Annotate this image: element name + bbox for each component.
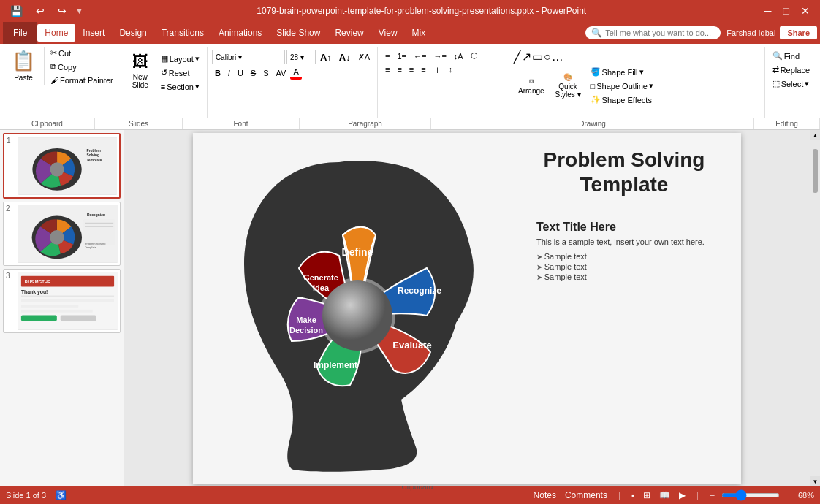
menu-insert[interactable]: Insert: [75, 24, 112, 42]
italic-button[interactable]: I: [225, 67, 233, 79]
decrease-font-button[interactable]: A↓: [336, 50, 354, 64]
paste-button[interactable]: 📋 Paste: [7, 47, 39, 85]
search-box[interactable]: 🔍: [585, 26, 721, 39]
increase-indent-button[interactable]: →≡: [430, 50, 449, 62]
shape-line1[interactable]: ╱: [514, 50, 521, 64]
maximize-button[interactable]: □: [779, 4, 794, 18]
slides-group: 🖼 NewSlide ▦ Layout ▾ ↺ Reset: [121, 47, 208, 118]
user-area: Farshad Iqbal Share: [726, 26, 817, 39]
font-size-combo[interactable]: 28 ▾: [286, 50, 316, 64]
find-icon: 🔍: [772, 51, 783, 61]
slide-title-text: Problem SolvingTemplate: [529, 148, 719, 196]
char-spacing-button[interactable]: AV: [273, 67, 289, 79]
columns-button[interactable]: ⫼: [430, 64, 444, 75]
menu-review[interactable]: Review: [327, 24, 371, 42]
slide-2-svg: Recognize Problem Solving Template: [18, 205, 118, 263]
reset-button[interactable]: ↺ Reset: [158, 66, 202, 79]
replace-button[interactable]: ⇄ Replace: [770, 64, 813, 76]
bullet-1: Sample text: [536, 252, 726, 261]
cut-button[interactable]: ✂ Cut: [48, 47, 116, 59]
new-slide-button[interactable]: 🖼 NewSlide: [126, 50, 155, 92]
slide-thumb-2[interactable]: 2 Recognize: [3, 202, 121, 266]
paint-brush-icon: 🖌: [50, 76, 58, 85]
find-button[interactable]: 🔍 Find: [770, 50, 813, 62]
numbering-button[interactable]: 1≡: [394, 50, 409, 62]
shadow-button[interactable]: S: [260, 67, 271, 79]
select-button[interactable]: ⬚ Select ▾: [770, 77, 813, 90]
undo-button[interactable]: ↩: [31, 4, 49, 18]
drawing-group: ╱ ↗ ▭ ○ … ⧈ Arrange 🎨 QuickStyles ▾: [509, 47, 765, 118]
decrease-indent-button[interactable]: ←≡: [411, 50, 429, 62]
styles-icon: 🎨: [563, 73, 572, 81]
menu-transitions[interactable]: Transitions: [154, 24, 211, 42]
justify-button[interactable]: ≡: [418, 64, 428, 75]
minimize-button[interactable]: ─: [760, 4, 776, 18]
layout-icon: ▦: [161, 54, 168, 64]
menu-view[interactable]: View: [371, 24, 405, 42]
scroll-thumb[interactable]: [813, 149, 818, 193]
copy-button[interactable]: ⧉ Copy: [48, 61, 116, 73]
align-left-button[interactable]: ≡: [382, 64, 392, 75]
text-direction-button[interactable]: ↕A: [451, 50, 466, 62]
redo-button[interactable]: ↪: [53, 4, 71, 18]
slide-preview-1: Problem Solving Template: [18, 137, 117, 195]
shape-arrow[interactable]: ↗: [522, 50, 531, 64]
svg-text:Define: Define: [342, 246, 373, 258]
menu-file[interactable]: File: [3, 22, 37, 44]
close-button[interactable]: ✕: [797, 4, 814, 18]
menu-mix[interactable]: Mix: [405, 24, 433, 42]
font-color-button[interactable]: A: [290, 66, 301, 80]
shape-fill-button[interactable]: 🪣 Shape Fill ▾: [588, 66, 656, 78]
share-button[interactable]: Share: [780, 26, 817, 39]
svg-point-9: [50, 230, 64, 245]
arrange-icon: ⧈: [529, 77, 534, 85]
scroll-up-button[interactable]: ▲: [810, 130, 820, 140]
menu-home[interactable]: Home: [37, 24, 75, 42]
shape-effects-button[interactable]: ✨ Shape Effects: [588, 93, 656, 106]
svg-text:Template: Template: [85, 245, 96, 249]
bold-button[interactable]: B: [212, 67, 224, 79]
slide-text-box: Text Title Here This is a sample text, i…: [536, 221, 726, 283]
increase-font-button[interactable]: A↑: [317, 50, 335, 64]
line-spacing-button[interactable]: ↕: [446, 64, 456, 75]
shape-outline-button[interactable]: □ Shape Outline ▾: [588, 80, 656, 92]
slide-thumb-3[interactable]: 3 BUS MGTHR Thank you!: [3, 269, 121, 333]
search-icon: 🔍: [591, 28, 602, 38]
bullets-button[interactable]: ≡: [382, 50, 392, 62]
clear-format-button[interactable]: ✗A: [355, 51, 373, 64]
slide-title: Problem SolvingTemplate: [529, 148, 719, 196]
align-center-button[interactable]: ≡: [394, 64, 404, 75]
svg-text:Evaluate: Evaluate: [392, 340, 431, 351]
menu-design[interactable]: Design: [112, 24, 153, 42]
section-button[interactable]: ≡ Section ▾: [158, 80, 202, 93]
paste-icon: 📋: [12, 50, 35, 72]
layout-button[interactable]: ▦ Layout ▾: [158, 53, 202, 65]
editing-group: 🔍 Find ⇄ Replace ⬚ Select ▾: [765, 47, 817, 118]
quick-styles-button[interactable]: 🎨 QuickStyles ▾: [551, 70, 585, 102]
arrange-button[interactable]: ⧈ Arrange: [514, 74, 549, 98]
text-title: Text Title Here: [536, 221, 726, 234]
slide-thumb-1[interactable]: 1: [3, 133, 121, 199]
font-label: Font: [183, 118, 300, 129]
scrollbar-right: ▲ ▼: [810, 130, 820, 486]
separator: |: [618, 491, 620, 500]
zoom-slider[interactable]: [721, 493, 780, 497]
align-right-button[interactable]: ≡: [406, 64, 417, 75]
convert-smartart-button[interactable]: ⬡: [468, 50, 481, 62]
strikethrough-button[interactable]: S: [248, 67, 259, 79]
editing-label: Editing: [754, 118, 820, 129]
search-input[interactable]: [605, 28, 715, 37]
content-area: 1: [0, 130, 820, 486]
shape-more[interactable]: …: [552, 50, 563, 64]
menu-slideshow[interactable]: Slide Show: [269, 24, 327, 42]
font-group: Calibri ▾ 28 ▾ A↑ A↓ ✗A B I U S S AV A: [208, 47, 378, 118]
slide-preview-2: Recognize Problem Solving Template: [18, 205, 118, 263]
shape-oval[interactable]: ○: [544, 50, 551, 64]
title-bar-right: ─ □ ✕: [760, 4, 814, 18]
format-painter-button[interactable]: 🖌 Format Painter: [48, 75, 116, 86]
underline-button[interactable]: U: [235, 67, 246, 79]
shape-rect[interactable]: ▭: [532, 50, 543, 64]
menu-animations[interactable]: Animations: [211, 24, 269, 42]
font-family-combo[interactable]: Calibri ▾: [212, 50, 285, 64]
save-button[interactable]: 💾: [6, 4, 27, 18]
